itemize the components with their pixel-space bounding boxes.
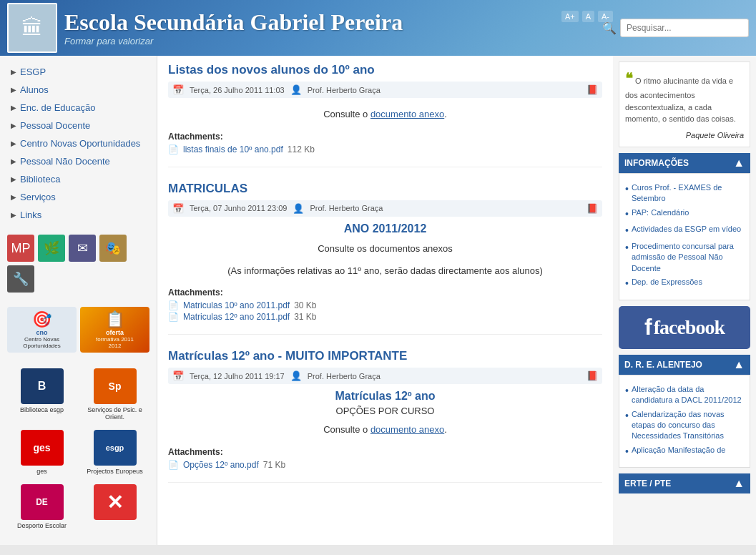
facebook-f-icon: f [644,314,652,340]
article-body-note-article2: (As informações relativas ao 11º ano, se… [168,260,602,283]
calendar-icon-article1: 📅 [172,84,184,95]
sidebar-icon-2[interactable]: 🌿 [38,235,65,262]
pdf-meta-icon-article3: 📕 [586,370,598,381]
attachment-article2-0[interactable]: 📄 Matriculas 10º ano 2011.pdf 30 Kb [168,300,602,310]
article-title-article3[interactable]: Matrículas 12º ano - MUITO IMPORTANTE [168,349,602,363]
informacoes-item-2[interactable]: •Actividades da ESGP em vídeo [625,224,744,238]
sidebar-icon-1[interactable]: MP [7,235,34,262]
article-body-article1: Consulte o documento anexo. [168,104,602,126]
dre-collapse-icon[interactable]: ▲ [733,358,745,371]
bullet-icon: • [625,241,629,255]
article-body-sub-article3: OPÇÕES POR CURSO [168,406,602,416]
pdf-icon: 📄 [168,300,179,310]
article-meta-article3: 📅 Terça, 12 Julho 2011 19:17 👤 Prof. Her… [168,368,602,384]
informacoes-item-1[interactable]: •PAP: Calendário [625,207,744,222]
sidebar-icon-4[interactable]: 🎭 [99,235,127,262]
sidebar-item-biblioteca[interactable]: ▶ Biblioteca [0,170,157,188]
attachment-name: Opções 12º ano.pdf [183,460,259,470]
bullet-icon: • [625,207,629,222]
sidebar-arrow-biblioteca: ▶ [11,175,16,183]
sidebar-logo-desporto-label: Desporto Escolar [17,522,67,529]
sidebar-item-cno[interactable]: ▶ Centro Novas Oportunidades [0,134,157,152]
article-title-article1[interactable]: Listas dos novos alunos do 10º ano [168,63,602,77]
sidebar-item-pessoal-nao-docente[interactable]: ▶ Pessoal Não Docente [0,152,157,170]
sidebar-logo-projectos-label: Projectos Europeus [87,468,143,475]
quote-box: ❝ O ritmo alucinante da vida e dos acont… [619,62,750,147]
informacoes-item-3[interactable]: •Procedimento concursal para admissão de… [625,241,744,274]
attachment-article3-0[interactable]: 📄 Opções 12º ano.pdf 71 Kb [168,460,602,470]
erte-title: ERTE / PTE [624,478,671,488]
bullet-icon: • [625,409,629,423]
bullet-icon: • [625,384,629,398]
sidebar-item-servicos[interactable]: ▶ Serviços [0,188,157,206]
sidebar-item-links[interactable]: ▶ Links [0,206,157,224]
article-body-title-article3: Matrículas 12º ano [168,390,602,403]
sidebar-cno-widget[interactable]: 🎯 cno Centro Novas Oportunidades [7,307,77,353]
bullet-icon: • [625,277,629,291]
attachment-name: Matriculas 12º ano 2011.pdf [183,312,290,322]
sidebar-logo-projectos[interactable]: esgp Projectos Europeus [80,427,149,478]
sidebar-logo-biblioteca[interactable]: B Biblioteca esgp [7,365,77,423]
informacoes-section: INFORMAÇÕES ▲ •Curos Prof. - EXAMES de S… [619,153,750,300]
font-increase[interactable]: A+ [561,11,579,22]
informacoes-item-0[interactable]: •Curos Prof. - EXAMES de Setembro [625,182,744,205]
informacoes-item-4[interactable]: •Dep. de Expressões [625,277,744,291]
quote-author: Paquete Oliveira [625,129,744,142]
sidebar-icon-3[interactable]: ✉ [69,235,96,262]
article-body-article3: Consulte o documento anexo. [168,419,602,441]
article-article2: MATRICULAS 📅 Terça, 07 Junho 2011 23:09 … [168,182,602,335]
header-title-area: Escola Secundária Gabriel Pereira Formar… [64,9,403,46]
sidebar-icon-5[interactable]: 🔧 [7,265,34,293]
search-input[interactable] [620,19,749,37]
dre-item-0[interactable]: •Alteração da data da candidatura a DACL… [625,384,744,406]
sidebar-menu: ▶ ESGP▶ Alunos▶ Enc. de Educação▶ Pessoa… [0,63,157,224]
sidebar-arrow-enc-educacao: ▶ [11,104,16,112]
font-normal[interactable]: A [582,11,594,22]
dre-header[interactable]: D. R. E. ALENTEJO ▲ [619,355,750,375]
erte-collapse-icon[interactable]: ▲ [733,477,745,490]
article-article1: Listas dos novos alunos do 10º ano 📅 Ter… [168,63,602,167]
dre-item-1[interactable]: •Calendarização das novas etapas do conc… [625,409,744,442]
pdf-icon: 📄 [168,144,179,154]
calendar-icon-article2: 📅 [172,203,184,214]
bullet-icon: • [625,224,629,238]
sidebar-logo-sp[interactable]: Sp Serviços de Psic. e Orient. [80,365,149,423]
attachment-article2-1[interactable]: 📄 Matriculas 12º ano 2011.pdf 31 Kb [168,312,602,322]
site-header: 🏛 Escola Secundária Gabriel Pereira Form… [0,0,756,56]
sidebar-arrow-pessoal-nao-docente: ▶ [11,157,16,165]
sidebar-arrow-pessoal-docente: ▶ [11,122,16,129]
sidebar-item-alunos[interactable]: ▶ Alunos [0,81,157,99]
search-icon[interactable]: 🔍 [602,21,617,35]
article-author-article2: Prof. Herberto Graça [310,204,383,212]
sidebar-item-pessoal-docente[interactable]: ▶ Pessoal Docente [0,117,157,134]
sidebar-logo-desporto[interactable]: DE Desporto Escolar [7,481,77,532]
attachment-article1-0[interactable]: 📄 listas finais de 10º ano.pdf 112 Kb [168,144,602,154]
dre-item-2[interactable]: •Aplicação Manifestação de [625,445,744,459]
article-link-article1[interactable]: documento anexo [370,109,444,119]
informacoes-collapse-icon[interactable]: ▲ [733,157,745,170]
sidebar-oferta-widget[interactable]: 📋 oferta formativa 2011 2012 [80,307,149,353]
pdf-icon: 📄 [168,312,179,322]
article-article3: Matrículas 12º ano - MUITO IMPORTANTE 📅 … [168,349,602,483]
erte-section: ERTE / PTE ▲ [619,473,750,493]
article-date-article3: Terça, 12 Julho 2011 19:17 [190,372,285,380]
article-title-article2[interactable]: MATRICULAS [168,182,602,196]
facebook-box[interactable]: f facebook [619,306,750,349]
erte-header[interactable]: ERTE / PTE ▲ [619,473,750,493]
sidebar-logo-ges[interactable]: ges ges [7,427,77,478]
right-sidebar: ❝ O ritmo alucinante da vida e dos acont… [613,56,756,545]
sidebar-logo-biblioteca-label: Biblioteca esgp [20,406,64,413]
informacoes-header[interactable]: INFORMAÇÕES ▲ [619,153,750,173]
left-sidebar: ▶ ESGP▶ Alunos▶ Enc. de Educação▶ Pessoa… [0,56,157,545]
dre-section: D. R. E. ALENTEJO ▲ •Alteração da data d… [619,355,750,468]
attachment-size: 31 Kb [294,312,316,322]
user-icon-article2: 👤 [293,203,304,214]
sidebar-logo-x[interactable]: ✕ [80,481,149,532]
header-search: 🔍 [602,19,749,37]
sidebar-item-esgp[interactable]: ▶ ESGP [0,63,157,81]
attachments-label-article2: Attachments: [168,288,602,298]
main-content: Listas dos novos alunos do 10º ano 📅 Ter… [157,56,613,545]
user-icon-article1: 👤 [290,84,302,95]
sidebar-item-enc-educacao[interactable]: ▶ Enc. de Educação [0,99,157,117]
article-link-article3[interactable]: documento anexo [370,424,444,435]
